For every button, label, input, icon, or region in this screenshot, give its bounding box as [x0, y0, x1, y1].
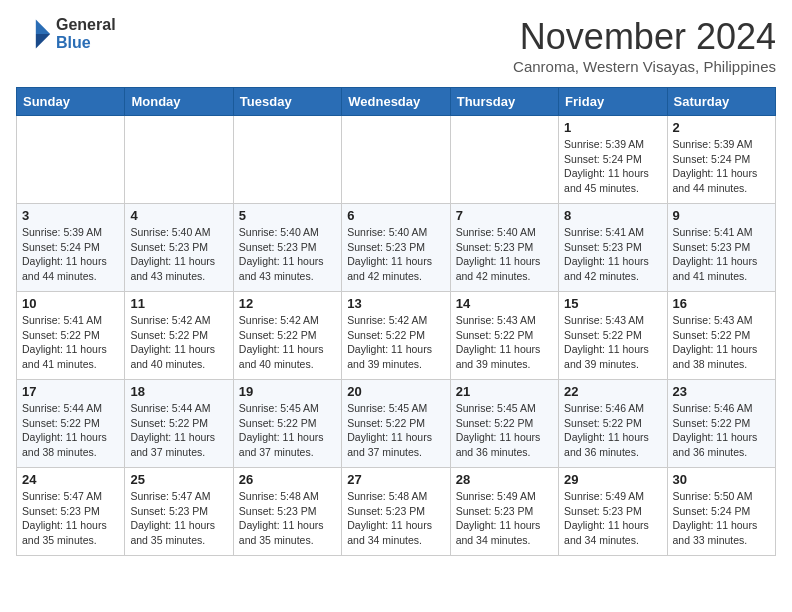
page-header: General Blue November 2024 Canroma, West…	[16, 16, 776, 75]
calendar-day-cell: 6Sunrise: 5:40 AM Sunset: 5:23 PM Daylig…	[342, 204, 450, 292]
svg-marker-0	[36, 20, 50, 34]
calendar-day-cell: 2Sunrise: 5:39 AM Sunset: 5:24 PM Daylig…	[667, 116, 775, 204]
day-number: 22	[564, 384, 661, 399]
calendar-week-row: 17Sunrise: 5:44 AM Sunset: 5:22 PM Dayli…	[17, 380, 776, 468]
day-number: 19	[239, 384, 336, 399]
day-info: Sunrise: 5:44 AM Sunset: 5:22 PM Dayligh…	[22, 401, 119, 460]
day-info: Sunrise: 5:42 AM Sunset: 5:22 PM Dayligh…	[130, 313, 227, 372]
day-number: 18	[130, 384, 227, 399]
calendar-day-cell: 5Sunrise: 5:40 AM Sunset: 5:23 PM Daylig…	[233, 204, 341, 292]
logo-icon	[16, 16, 52, 52]
calendar-day-cell: 7Sunrise: 5:40 AM Sunset: 5:23 PM Daylig…	[450, 204, 558, 292]
calendar-day-cell: 21Sunrise: 5:45 AM Sunset: 5:22 PM Dayli…	[450, 380, 558, 468]
day-info: Sunrise: 5:49 AM Sunset: 5:23 PM Dayligh…	[456, 489, 553, 548]
weekday-header: Friday	[559, 88, 667, 116]
day-number: 26	[239, 472, 336, 487]
day-number: 15	[564, 296, 661, 311]
logo-text: General Blue	[56, 16, 116, 51]
day-info: Sunrise: 5:50 AM Sunset: 5:24 PM Dayligh…	[673, 489, 770, 548]
day-info: Sunrise: 5:41 AM Sunset: 5:23 PM Dayligh…	[564, 225, 661, 284]
calendar-day-cell: 23Sunrise: 5:46 AM Sunset: 5:22 PM Dayli…	[667, 380, 775, 468]
calendar-day-cell: 27Sunrise: 5:48 AM Sunset: 5:23 PM Dayli…	[342, 468, 450, 556]
day-number: 29	[564, 472, 661, 487]
calendar-day-cell: 1Sunrise: 5:39 AM Sunset: 5:24 PM Daylig…	[559, 116, 667, 204]
day-info: Sunrise: 5:40 AM Sunset: 5:23 PM Dayligh…	[130, 225, 227, 284]
calendar-day-cell: 24Sunrise: 5:47 AM Sunset: 5:23 PM Dayli…	[17, 468, 125, 556]
calendar-day-cell: 10Sunrise: 5:41 AM Sunset: 5:22 PM Dayli…	[17, 292, 125, 380]
calendar-day-cell: 8Sunrise: 5:41 AM Sunset: 5:23 PM Daylig…	[559, 204, 667, 292]
day-number: 23	[673, 384, 770, 399]
day-number: 13	[347, 296, 444, 311]
location-subtitle: Canroma, Western Visayas, Philippines	[513, 58, 776, 75]
calendar-day-cell: 11Sunrise: 5:42 AM Sunset: 5:22 PM Dayli…	[125, 292, 233, 380]
day-number: 10	[22, 296, 119, 311]
day-info: Sunrise: 5:48 AM Sunset: 5:23 PM Dayligh…	[347, 489, 444, 548]
day-number: 27	[347, 472, 444, 487]
day-number: 24	[22, 472, 119, 487]
day-number: 4	[130, 208, 227, 223]
day-info: Sunrise: 5:39 AM Sunset: 5:24 PM Dayligh…	[564, 137, 661, 196]
calendar-day-cell: 16Sunrise: 5:43 AM Sunset: 5:22 PM Dayli…	[667, 292, 775, 380]
day-number: 21	[456, 384, 553, 399]
day-info: Sunrise: 5:40 AM Sunset: 5:23 PM Dayligh…	[347, 225, 444, 284]
calendar-week-row: 24Sunrise: 5:47 AM Sunset: 5:23 PM Dayli…	[17, 468, 776, 556]
calendar-day-cell	[342, 116, 450, 204]
day-info: Sunrise: 5:43 AM Sunset: 5:22 PM Dayligh…	[456, 313, 553, 372]
calendar-day-cell: 19Sunrise: 5:45 AM Sunset: 5:22 PM Dayli…	[233, 380, 341, 468]
calendar-day-cell: 29Sunrise: 5:49 AM Sunset: 5:23 PM Dayli…	[559, 468, 667, 556]
title-block: November 2024 Canroma, Western Visayas, …	[513, 16, 776, 75]
calendar-day-cell: 13Sunrise: 5:42 AM Sunset: 5:22 PM Dayli…	[342, 292, 450, 380]
day-info: Sunrise: 5:42 AM Sunset: 5:22 PM Dayligh…	[347, 313, 444, 372]
weekday-header: Monday	[125, 88, 233, 116]
weekday-header: Wednesday	[342, 88, 450, 116]
day-number: 5	[239, 208, 336, 223]
svg-marker-1	[36, 34, 50, 48]
day-number: 14	[456, 296, 553, 311]
day-info: Sunrise: 5:43 AM Sunset: 5:22 PM Dayligh…	[673, 313, 770, 372]
day-number: 3	[22, 208, 119, 223]
day-number: 1	[564, 120, 661, 135]
calendar-day-cell: 3Sunrise: 5:39 AM Sunset: 5:24 PM Daylig…	[17, 204, 125, 292]
logo-blue: Blue	[56, 34, 116, 52]
calendar-day-cell: 28Sunrise: 5:49 AM Sunset: 5:23 PM Dayli…	[450, 468, 558, 556]
day-info: Sunrise: 5:40 AM Sunset: 5:23 PM Dayligh…	[456, 225, 553, 284]
day-number: 11	[130, 296, 227, 311]
day-number: 20	[347, 384, 444, 399]
weekday-header: Tuesday	[233, 88, 341, 116]
day-number: 9	[673, 208, 770, 223]
calendar-week-row: 3Sunrise: 5:39 AM Sunset: 5:24 PM Daylig…	[17, 204, 776, 292]
calendar-day-cell: 14Sunrise: 5:43 AM Sunset: 5:22 PM Dayli…	[450, 292, 558, 380]
calendar-day-cell: 18Sunrise: 5:44 AM Sunset: 5:22 PM Dayli…	[125, 380, 233, 468]
calendar-day-cell: 25Sunrise: 5:47 AM Sunset: 5:23 PM Dayli…	[125, 468, 233, 556]
calendar-day-cell	[233, 116, 341, 204]
logo: General Blue	[16, 16, 116, 52]
calendar-day-cell: 4Sunrise: 5:40 AM Sunset: 5:23 PM Daylig…	[125, 204, 233, 292]
calendar-table: SundayMondayTuesdayWednesdayThursdayFrid…	[16, 87, 776, 556]
day-number: 30	[673, 472, 770, 487]
day-info: Sunrise: 5:39 AM Sunset: 5:24 PM Dayligh…	[22, 225, 119, 284]
day-number: 2	[673, 120, 770, 135]
calendar-week-row: 10Sunrise: 5:41 AM Sunset: 5:22 PM Dayli…	[17, 292, 776, 380]
weekday-header: Sunday	[17, 88, 125, 116]
day-info: Sunrise: 5:45 AM Sunset: 5:22 PM Dayligh…	[239, 401, 336, 460]
month-title: November 2024	[513, 16, 776, 58]
calendar-day-cell: 9Sunrise: 5:41 AM Sunset: 5:23 PM Daylig…	[667, 204, 775, 292]
day-info: Sunrise: 5:44 AM Sunset: 5:22 PM Dayligh…	[130, 401, 227, 460]
day-number: 16	[673, 296, 770, 311]
calendar-day-cell	[450, 116, 558, 204]
day-number: 6	[347, 208, 444, 223]
calendar-day-cell: 15Sunrise: 5:43 AM Sunset: 5:22 PM Dayli…	[559, 292, 667, 380]
calendar-header-row: SundayMondayTuesdayWednesdayThursdayFrid…	[17, 88, 776, 116]
day-number: 7	[456, 208, 553, 223]
day-info: Sunrise: 5:47 AM Sunset: 5:23 PM Dayligh…	[130, 489, 227, 548]
calendar-day-cell: 20Sunrise: 5:45 AM Sunset: 5:22 PM Dayli…	[342, 380, 450, 468]
day-info: Sunrise: 5:49 AM Sunset: 5:23 PM Dayligh…	[564, 489, 661, 548]
day-info: Sunrise: 5:42 AM Sunset: 5:22 PM Dayligh…	[239, 313, 336, 372]
calendar-day-cell: 22Sunrise: 5:46 AM Sunset: 5:22 PM Dayli…	[559, 380, 667, 468]
day-number: 17	[22, 384, 119, 399]
calendar-day-cell	[125, 116, 233, 204]
day-info: Sunrise: 5:41 AM Sunset: 5:22 PM Dayligh…	[22, 313, 119, 372]
weekday-header: Thursday	[450, 88, 558, 116]
day-number: 12	[239, 296, 336, 311]
day-info: Sunrise: 5:46 AM Sunset: 5:22 PM Dayligh…	[564, 401, 661, 460]
